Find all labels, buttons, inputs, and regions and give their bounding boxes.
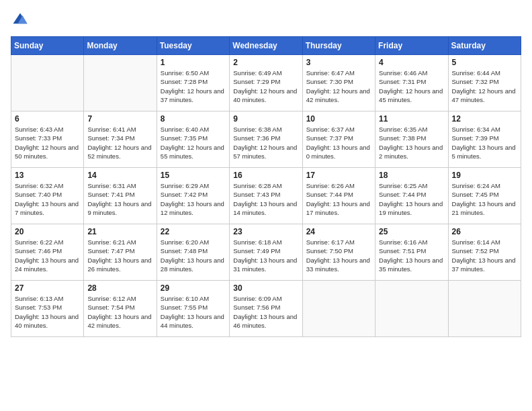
day-number: 14 [87, 171, 152, 180]
day-info: Sunrise: 6:14 AMSunset: 7:52 PMDaylight:… [452, 238, 517, 273]
calendar-day-cell: 24Sunrise: 6:17 AMSunset: 7:50 PMDayligh… [302, 224, 375, 281]
calendar-day-cell: 6Sunrise: 6:43 AMSunset: 7:33 PMDaylight… [11, 111, 84, 168]
calendar-day-cell: 4Sunrise: 6:46 AMSunset: 7:31 PMDaylight… [375, 55, 448, 111]
day-info: Sunrise: 6:40 AMSunset: 7:35 PMDaylight:… [161, 125, 226, 161]
logo [11, 11, 32, 30]
day-number: 3 [306, 58, 371, 67]
day-info: Sunrise: 6:31 AMSunset: 7:41 PMDaylight:… [87, 181, 152, 217]
calendar-day-cell: 3Sunrise: 6:47 AMSunset: 7:30 PMDaylight… [302, 55, 375, 111]
calendar-week-row: 13Sunrise: 6:32 AMSunset: 7:40 PMDayligh… [11, 168, 521, 224]
day-info: Sunrise: 6:25 AMSunset: 7:44 PMDaylight:… [379, 181, 444, 217]
day-number: 9 [233, 114, 298, 124]
day-number: 21 [87, 227, 152, 236]
day-info: Sunrise: 6:16 AMSunset: 7:51 PMDaylight:… [379, 238, 444, 273]
day-number: 15 [161, 171, 226, 180]
day-number: 16 [233, 171, 298, 180]
calendar-day-cell: 13Sunrise: 6:32 AMSunset: 7:40 PMDayligh… [11, 168, 84, 224]
day-number: 6 [15, 114, 80, 124]
day-info: Sunrise: 6:10 AMSunset: 7:55 PMDaylight:… [161, 294, 226, 330]
day-number: 11 [379, 114, 444, 124]
calendar-week-row: 1Sunrise: 6:50 AMSunset: 7:28 PMDaylight… [11, 55, 521, 111]
weekday-header: Friday [375, 37, 448, 55]
day-info: Sunrise: 6:38 AMSunset: 7:36 PMDaylight:… [233, 125, 298, 161]
day-info: Sunrise: 6:18 AMSunset: 7:49 PMDaylight:… [233, 238, 298, 273]
day-info: Sunrise: 6:29 AMSunset: 7:42 PMDaylight:… [161, 181, 226, 217]
calendar-day-cell [448, 281, 521, 337]
calendar-day-cell: 28Sunrise: 6:12 AMSunset: 7:54 PMDayligh… [84, 281, 157, 337]
day-number: 20 [15, 227, 80, 236]
weekday-header: Thursday [302, 37, 375, 55]
calendar-day-cell: 14Sunrise: 6:31 AMSunset: 7:41 PMDayligh… [84, 168, 157, 224]
day-info: Sunrise: 6:47 AMSunset: 7:30 PMDaylight:… [306, 68, 371, 104]
calendar-day-cell: 29Sunrise: 6:10 AMSunset: 7:55 PMDayligh… [157, 281, 229, 337]
calendar-day-cell [84, 55, 157, 111]
day-number: 17 [306, 171, 371, 180]
day-info: Sunrise: 6:24 AMSunset: 7:45 PMDaylight:… [452, 181, 517, 217]
day-info: Sunrise: 6:32 AMSunset: 7:40 PMDaylight:… [15, 181, 80, 217]
calendar-day-cell [302, 281, 375, 337]
calendar-day-cell: 10Sunrise: 6:37 AMSunset: 7:37 PMDayligh… [302, 111, 375, 168]
calendar-day-cell: 11Sunrise: 6:35 AMSunset: 7:38 PMDayligh… [375, 111, 448, 168]
calendar-day-cell: 5Sunrise: 6:44 AMSunset: 7:32 PMDaylight… [448, 55, 521, 111]
day-info: Sunrise: 6:34 AMSunset: 7:39 PMDaylight:… [452, 125, 517, 161]
day-number: 5 [452, 58, 517, 67]
day-info: Sunrise: 6:44 AMSunset: 7:32 PMDaylight:… [452, 68, 517, 104]
calendar-week-row: 27Sunrise: 6:13 AMSunset: 7:53 PMDayligh… [11, 281, 521, 337]
day-number: 1 [161, 58, 226, 67]
day-number: 7 [87, 114, 152, 124]
day-info: Sunrise: 6:09 AMSunset: 7:56 PMDaylight:… [233, 294, 298, 330]
day-number: 30 [233, 283, 298, 293]
day-number: 8 [161, 114, 226, 124]
day-info: Sunrise: 6:43 AMSunset: 7:33 PMDaylight:… [15, 125, 80, 161]
logo-icon [11, 11, 30, 30]
weekday-header: Wednesday [230, 37, 302, 55]
calendar-week-row: 6Sunrise: 6:43 AMSunset: 7:33 PMDaylight… [11, 111, 521, 168]
day-number: 18 [379, 171, 444, 180]
day-info: Sunrise: 6:12 AMSunset: 7:54 PMDaylight:… [87, 294, 152, 330]
calendar-week-row: 20Sunrise: 6:22 AMSunset: 7:46 PMDayligh… [11, 224, 521, 281]
weekday-header: Tuesday [157, 37, 229, 55]
day-number: 28 [87, 283, 152, 293]
day-number: 2 [233, 58, 298, 67]
day-number: 13 [15, 171, 80, 180]
calendar-day-cell: 16Sunrise: 6:28 AMSunset: 7:43 PMDayligh… [230, 168, 302, 224]
day-info: Sunrise: 6:17 AMSunset: 7:50 PMDaylight:… [306, 238, 371, 273]
calendar-day-cell: 15Sunrise: 6:29 AMSunset: 7:42 PMDayligh… [157, 168, 229, 224]
calendar-day-cell: 27Sunrise: 6:13 AMSunset: 7:53 PMDayligh… [11, 281, 84, 337]
page-header [11, 11, 521, 30]
calendar-day-cell: 20Sunrise: 6:22 AMSunset: 7:46 PMDayligh… [11, 224, 84, 281]
day-number: 22 [161, 227, 226, 236]
calendar-day-cell: 26Sunrise: 6:14 AMSunset: 7:52 PMDayligh… [448, 224, 521, 281]
day-info: Sunrise: 6:49 AMSunset: 7:29 PMDaylight:… [233, 68, 298, 104]
day-number: 24 [306, 227, 371, 236]
day-info: Sunrise: 6:50 AMSunset: 7:28 PMDaylight:… [161, 68, 226, 104]
calendar-day-cell: 1Sunrise: 6:50 AMSunset: 7:28 PMDaylight… [157, 55, 229, 111]
calendar-day-cell: 7Sunrise: 6:41 AMSunset: 7:34 PMDaylight… [84, 111, 157, 168]
calendar-day-cell: 23Sunrise: 6:18 AMSunset: 7:49 PMDayligh… [230, 224, 302, 281]
day-info: Sunrise: 6:46 AMSunset: 7:31 PMDaylight:… [379, 68, 444, 104]
day-info: Sunrise: 6:28 AMSunset: 7:43 PMDaylight:… [233, 181, 298, 217]
day-number: 26 [452, 227, 517, 236]
calendar-day-cell: 21Sunrise: 6:21 AMSunset: 7:47 PMDayligh… [84, 224, 157, 281]
day-number: 19 [452, 171, 517, 180]
calendar-day-cell: 18Sunrise: 6:25 AMSunset: 7:44 PMDayligh… [375, 168, 448, 224]
calendar-day-cell [375, 281, 448, 337]
calendar-day-cell: 17Sunrise: 6:26 AMSunset: 7:44 PMDayligh… [302, 168, 375, 224]
day-number: 25 [379, 227, 444, 236]
day-number: 23 [233, 227, 298, 236]
day-info: Sunrise: 6:20 AMSunset: 7:48 PMDaylight:… [161, 238, 226, 273]
calendar-day-cell: 2Sunrise: 6:49 AMSunset: 7:29 PMDaylight… [230, 55, 302, 111]
day-number: 29 [161, 283, 226, 293]
day-info: Sunrise: 6:26 AMSunset: 7:44 PMDaylight:… [306, 181, 371, 217]
calendar-header-row: SundayMondayTuesdayWednesdayThursdayFrid… [11, 37, 521, 55]
day-info: Sunrise: 6:22 AMSunset: 7:46 PMDaylight:… [15, 238, 80, 273]
calendar-day-cell: 8Sunrise: 6:40 AMSunset: 7:35 PMDaylight… [157, 111, 229, 168]
calendar-day-cell: 12Sunrise: 6:34 AMSunset: 7:39 PMDayligh… [448, 111, 521, 168]
day-number: 10 [306, 114, 371, 124]
weekday-header: Sunday [11, 37, 84, 55]
day-info: Sunrise: 6:35 AMSunset: 7:38 PMDaylight:… [379, 125, 444, 161]
day-info: Sunrise: 6:21 AMSunset: 7:47 PMDaylight:… [87, 238, 152, 273]
calendar-day-cell: 9Sunrise: 6:38 AMSunset: 7:36 PMDaylight… [230, 111, 302, 168]
calendar-day-cell: 25Sunrise: 6:16 AMSunset: 7:51 PMDayligh… [375, 224, 448, 281]
day-info: Sunrise: 6:13 AMSunset: 7:53 PMDaylight:… [15, 294, 80, 330]
